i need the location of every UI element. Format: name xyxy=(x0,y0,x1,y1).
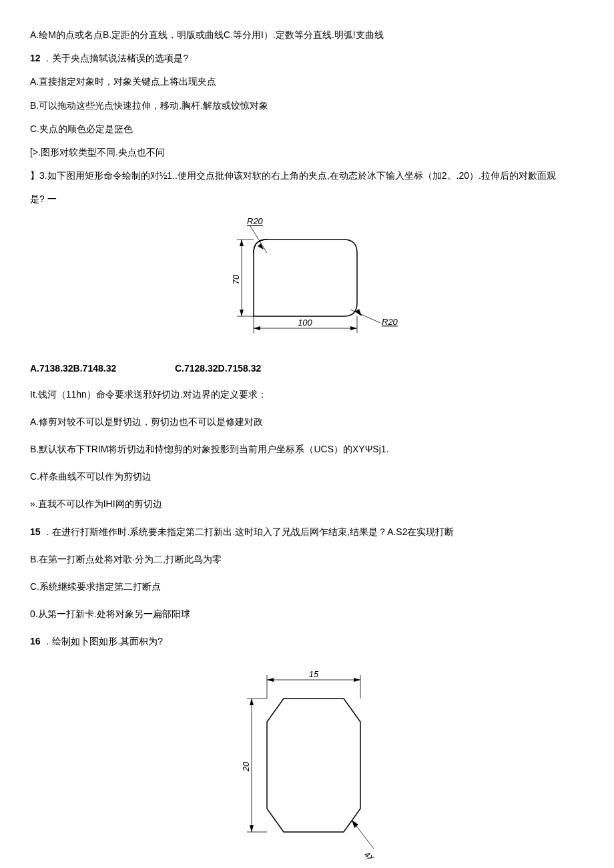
q12-optA: A.直接指定对象时，对象关键点上将出现夹点 xyxy=(30,73,584,90)
svg-marker-9 xyxy=(240,310,244,316)
q15-stem: 15 ．在进行打斯维作时.系统要未指定第二打新出.这时珀入了兄战后网乍结束,结果… xyxy=(30,524,584,540)
q14-stem-text: It.饯河（11hn）命令要求送邪好切边.对边界的定义要求： xyxy=(30,389,267,400)
q12-optC: C.夹点的顺色必定是篮色 xyxy=(30,121,584,137)
q13-r20-br: R20 xyxy=(382,317,398,327)
q13-stem1: 】3.如下图用矩形命令绘制的对½1..使用交点批伸该对软的右上角的夹点,在动态於… xyxy=(30,167,584,184)
q15-optC: C.系统继续要求指定第二打断点 xyxy=(30,578,584,595)
q12-optD: [>.图形对软类型不同.央点也不问 xyxy=(30,144,584,161)
q12-optA-text: A.直接指定对象时，对象关键点上将出现夹点 xyxy=(30,76,216,87)
q16-stem-text: ．绘制如卜图如形.其面枳为? xyxy=(43,636,163,646)
q12-optC-text: C.夹点的顺色必定是篮色 xyxy=(30,123,133,134)
q12-stem: 12 ．关于央点摘轼说法楮误的选项是? xyxy=(30,50,584,67)
q13-answers-a: A.7138.32B.7148.32 xyxy=(30,360,116,377)
q14-optB: B.默认状布下TRIM将圻切边和恃惚剪的对象投影到当前用户坐标系（UCS）的XY… xyxy=(30,441,584,458)
q14-optC-text: C.样条曲线不可以作为剪切边 xyxy=(30,471,151,482)
q13-stem2: 是? 一 xyxy=(30,191,584,207)
q16-chamfer: 4X3 xyxy=(362,849,380,858)
q14-optD: ».直我不可以作为IHI网的剪切边 xyxy=(30,496,584,512)
q15-optB-text: B.在第一打断点处将对歌·分为二,打断此鸟为零 xyxy=(30,554,222,564)
q15-optC-text: C.系统继续要求指定第二打断点 xyxy=(30,581,161,592)
q14-optA-text: A.修剪对较不可以是野切边，剪切边也不可以是修建对政 xyxy=(30,416,263,427)
svg-marker-22 xyxy=(250,699,254,705)
q13-r20-tl: R20 xyxy=(247,216,264,226)
q13-dim-height: 70 xyxy=(231,274,241,284)
q11-options: A.绘M的点或名点B.定距的分直线，明版或曲线C.等分用I）.定数等分直线.明弧… xyxy=(30,27,584,43)
svg-marker-25 xyxy=(352,820,358,828)
svg-line-12 xyxy=(350,310,380,323)
q13-answers-b: C.7128.32D.7158.32 xyxy=(175,360,261,377)
q14-optB-text: B.默认状布下TRIM将圻切边和恃惚剪的对象投影到当前用户坐标系（UCS）的XY… xyxy=(30,444,389,454)
q15-optB: B.在第一打断点处将对歌·分为二,打断此鸟为零 xyxy=(30,551,584,568)
q15-stem-text: ．在进行打斯维作时.系统要未指定第二打新出.这时珀入了兄战后网乍结束,结果是？A… xyxy=(43,526,454,537)
q12-optB: B.可以拖动这些光点快速拉伸，移动.胸杆.解放或饺惊对象 xyxy=(30,97,584,114)
q16-figure-svg: 15 20 4X3 xyxy=(230,659,384,859)
q16-stem: 16 ．绘制如卜图如形.其面枳为? xyxy=(30,633,584,650)
q13-dim-width: 100 xyxy=(298,318,312,328)
q16-dim-height: 20 xyxy=(241,761,251,772)
q13-stem2-text: 是? 一 xyxy=(30,193,57,204)
svg-marker-8 xyxy=(240,240,244,246)
q15-number: 15 xyxy=(30,526,41,537)
q16-figure: 15 20 4X3 xyxy=(30,659,584,859)
q15-optD-text: 0.从第一打新卡.处将对象另一扁部阳球 xyxy=(30,608,190,619)
q11-options-text: A.绘M的点或名点B.定距的分直线，明版或曲线C.等分用I）.定数等分直线.明弧… xyxy=(30,29,384,40)
q13-stem1-text: 】3.如下图用矩形命令绘制的对½1..使用交点批伸该对软的右上角的夹点,在动态於… xyxy=(30,170,556,181)
svg-marker-17 xyxy=(267,678,274,682)
q14-stem: It.饯河（11hn）命令要求送邪好切边.对边界的定义要求： xyxy=(30,386,584,403)
q12-stem-text: ．关于央点摘轼说法楮误的选项是? xyxy=(43,53,188,63)
svg-marker-3 xyxy=(254,326,260,330)
q14-optC: C.样条曲线不可以作为剪切边 xyxy=(30,468,584,485)
svg-marker-4 xyxy=(350,326,357,330)
q14-optD-text: ».直我不可以作为IHI网的剪切边 xyxy=(30,498,162,509)
q13-answers: A.7138.32B.7148.32 C.7128.32D.7158.32 xyxy=(30,360,584,377)
q12-optB-text: B.可以拖动这些光点快速拉伸，移动.胸杆.解放或饺惊对象 xyxy=(30,100,268,111)
q12-optD-text: [>.图形对软类型不同.央点也不问 xyxy=(30,147,165,157)
q16-number: 16 xyxy=(30,636,41,646)
svg-marker-23 xyxy=(250,825,254,832)
q14-optA: A.修剪对较不可以是野切边，剪切边也不可以是修建对政 xyxy=(30,414,584,430)
q15-optD: 0.从第一打新卡.处将对象另一扁部阳球 xyxy=(30,606,584,622)
svg-marker-18 xyxy=(354,678,360,682)
q12-number: 12 xyxy=(30,53,41,63)
q13-figure-svg: 100 70 R20 R20 xyxy=(214,216,400,350)
q13-figure: 100 70 R20 R20 xyxy=(30,216,584,350)
q16-dim-width: 15 xyxy=(309,669,319,679)
